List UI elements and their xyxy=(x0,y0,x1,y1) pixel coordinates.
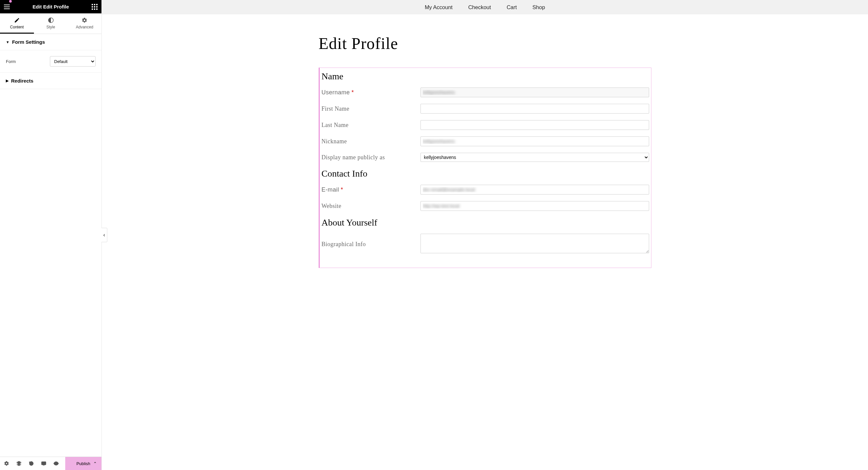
tab-advanced[interactable]: Advanced xyxy=(67,13,101,34)
textarea-bio[interactable] xyxy=(421,234,649,253)
label-username: Username * xyxy=(322,89,421,96)
label-display-name: Display name publicly as xyxy=(322,154,421,161)
menu-icon[interactable] xyxy=(4,5,10,9)
history-icon[interactable] xyxy=(29,461,34,466)
input-website[interactable] xyxy=(421,201,649,211)
canvas: My Account Checkout Cart Shop Edit Profi… xyxy=(102,0,868,470)
section-contact-title: Contact Info xyxy=(322,169,649,179)
footer-icons xyxy=(0,461,65,466)
panel-header: Edit Edit Profile xyxy=(0,0,101,13)
row-last-name: Last Name xyxy=(322,120,649,130)
nav-shop[interactable]: Shop xyxy=(532,4,545,10)
section-label: Redirects xyxy=(11,78,33,84)
input-nickname[interactable] xyxy=(421,137,649,146)
label-nickname: Nickname xyxy=(322,138,421,145)
nav-my-account[interactable]: My Account xyxy=(425,4,453,10)
label-email: E-mail * xyxy=(322,186,421,193)
edit-profile-widget[interactable]: Name Username * First Name Last Name Nic… xyxy=(319,67,651,268)
form-select[interactable]: Default xyxy=(50,56,96,66)
publish-button[interactable]: Publish ⌃ xyxy=(65,457,101,470)
apps-icon[interactable] xyxy=(92,4,97,10)
panel-body: ▼ Form Settings Form Default ▶ Redirects xyxy=(0,34,101,457)
svg-point-2 xyxy=(56,463,57,464)
page-content: Edit Profile Name Username * First Name … xyxy=(312,14,658,281)
row-display-name: Display name publicly as kellyjoeshavens xyxy=(322,153,649,162)
unsaved-indicator-icon xyxy=(9,0,12,3)
tab-style[interactable]: Style xyxy=(34,13,68,34)
tab-label: Style xyxy=(46,25,55,29)
tab-content[interactable]: Content xyxy=(0,13,34,34)
input-first-name[interactable] xyxy=(421,104,649,114)
nav-cart[interactable]: Cart xyxy=(506,4,517,10)
nav-checkout[interactable]: Checkout xyxy=(468,4,491,10)
section-form-settings[interactable]: ▼ Form Settings xyxy=(0,34,101,50)
row-bio: Biographical Info xyxy=(322,234,649,255)
panel-footer: Publish ⌃ xyxy=(0,457,101,470)
input-last-name[interactable] xyxy=(421,120,649,130)
publish-label: Publish xyxy=(76,461,90,466)
label-first-name: First Name xyxy=(322,106,421,112)
row-username: Username * xyxy=(322,87,649,97)
pencil-icon xyxy=(14,17,20,23)
row-email: E-mail * xyxy=(322,185,649,195)
navigator-icon[interactable] xyxy=(16,461,22,466)
control-label: Form xyxy=(6,59,16,64)
chevron-left-icon: ‹ xyxy=(103,232,105,238)
input-username[interactable] xyxy=(421,87,649,97)
panel-tabs: Content Style Advanced xyxy=(0,13,101,34)
select-display-name[interactable]: kellyjoeshavens xyxy=(421,153,649,162)
panel-title: Edit Edit Profile xyxy=(33,4,69,9)
tab-label: Advanced xyxy=(76,25,93,29)
site-top-nav: My Account Checkout Cart Shop xyxy=(102,0,868,14)
chevron-right-icon: ▶ xyxy=(6,79,8,83)
responsive-icon[interactable] xyxy=(41,461,46,466)
section-redirects[interactable]: ▶ Redirects xyxy=(0,73,101,89)
collapse-panel-button[interactable]: ‹ xyxy=(101,228,107,242)
row-website: Website xyxy=(322,201,649,211)
label-last-name: Last Name xyxy=(322,122,421,128)
svg-rect-1 xyxy=(41,462,46,465)
settings-icon[interactable] xyxy=(4,461,9,466)
label-bio: Biographical Info xyxy=(322,241,421,248)
preview-icon[interactable] xyxy=(54,461,59,466)
label-website: Website xyxy=(322,203,421,209)
editor-panel: Edit Edit Profile Content Style Advanced… xyxy=(0,0,102,470)
control-form: Form Default xyxy=(6,56,96,66)
section-form-settings-body: Form Default xyxy=(0,50,101,73)
row-nickname: Nickname xyxy=(322,137,649,146)
section-about-title: About Yourself xyxy=(322,217,649,228)
chevron-down-icon: ▼ xyxy=(6,40,9,44)
section-label: Form Settings xyxy=(12,39,45,45)
section-name-title: Name xyxy=(322,71,649,82)
row-first-name: First Name xyxy=(322,104,649,114)
chevron-up-icon[interactable]: ⌃ xyxy=(93,461,97,466)
tab-label: Content xyxy=(10,25,24,29)
contrast-icon xyxy=(48,17,54,23)
gear-icon xyxy=(82,17,87,23)
page-title: Edit Profile xyxy=(319,34,651,53)
input-email[interactable] xyxy=(421,185,649,195)
